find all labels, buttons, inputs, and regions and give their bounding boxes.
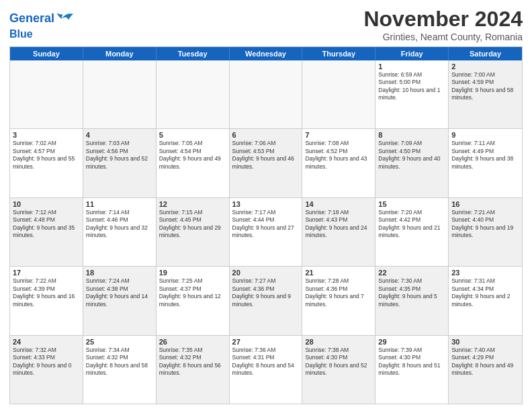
day-info: Sunrise: 7:05 AM Sunset: 4:54 PM Dayligh… [159,140,226,171]
day-number: 21 [305,269,372,277]
cal-cell-r1-c5: 8Sunrise: 7:09 AM Sunset: 4:50 PM Daylig… [375,129,449,197]
cal-cell-r3-c4: 21Sunrise: 7:28 AM Sunset: 4:36 PM Dayli… [302,267,375,334]
day-number: 8 [378,131,445,139]
day-info: Sunrise: 7:20 AM Sunset: 4:42 PM Dayligh… [378,209,445,240]
subtitle: Grinties, Neamt County, Romania [363,32,523,42]
day-info: Sunrise: 7:40 AM Sunset: 4:29 PM Dayligh… [451,347,519,377]
day-info: Sunrise: 7:17 AM Sunset: 4:44 PM Dayligh… [232,209,300,240]
calendar-header-row: SundayMondayTuesdayWednesdayThursdayFrid… [10,47,522,60]
day-number: 3 [13,131,80,139]
day-info: Sunrise: 6:59 AM Sunset: 5:00 PM Dayligh… [378,71,445,102]
day-info: Sunrise: 7:15 AM Sunset: 4:45 PM Dayligh… [159,209,226,240]
day-number: 5 [159,131,226,139]
day-number: 16 [451,200,519,208]
day-info: Sunrise: 7:09 AM Sunset: 4:50 PM Dayligh… [378,140,445,171]
day-info: Sunrise: 7:12 AM Sunset: 4:48 PM Dayligh… [13,209,80,240]
day-number: 20 [232,269,300,277]
day-info: Sunrise: 7:11 AM Sunset: 4:49 PM Dayligh… [451,140,519,171]
day-info: Sunrise: 7:02 AM Sunset: 4:57 PM Dayligh… [13,140,80,171]
day-number: 15 [378,200,445,208]
day-info: Sunrise: 7:00 AM Sunset: 4:59 PM Dayligh… [451,71,519,102]
cal-cell-r0-c4 [302,60,375,128]
cal-row-3: 17Sunrise: 7:22 AM Sunset: 4:39 PM Dayli… [10,266,522,334]
cal-cell-r1-c3: 6Sunrise: 7:06 AM Sunset: 4:53 PM Daylig… [230,129,303,197]
cal-cell-r3-c1: 18Sunrise: 7:24 AM Sunset: 4:38 PM Dayli… [83,267,157,334]
day-info: Sunrise: 7:28 AM Sunset: 4:36 PM Dayligh… [305,277,372,308]
day-number: 11 [86,200,153,208]
main-title: November 2024 [363,7,523,32]
cal-cell-r0-c1 [83,60,157,128]
cal-header-thursday: Thursday [302,47,375,60]
day-number: 10 [13,200,80,208]
day-info: Sunrise: 7:32 AM Sunset: 4:33 PM Dayligh… [13,347,80,377]
cal-cell-r1-c6: 9Sunrise: 7:11 AM Sunset: 4:49 PM Daylig… [449,129,522,197]
day-number: 23 [451,269,519,277]
cal-row-2: 10Sunrise: 7:12 AM Sunset: 4:48 PM Dayli… [10,197,522,266]
cal-cell-r2-c6: 16Sunrise: 7:21 AM Sunset: 4:40 PM Dayli… [449,198,522,266]
day-number: 29 [378,338,445,346]
cal-cell-r2-c1: 11Sunrise: 7:14 AM Sunset: 4:46 PM Dayli… [83,198,157,266]
cal-header-friday: Friday [375,47,449,60]
day-info: Sunrise: 7:18 AM Sunset: 4:43 PM Dayligh… [305,209,372,240]
day-info: Sunrise: 7:06 AM Sunset: 4:53 PM Dayligh… [232,140,300,171]
cal-cell-r0-c6: 2Sunrise: 7:00 AM Sunset: 4:59 PM Daylig… [449,60,522,128]
calendar: SundayMondayTuesdayWednesdayThursdayFrid… [9,46,523,404]
cal-cell-r4-c0: 24Sunrise: 7:32 AM Sunset: 4:33 PM Dayli… [10,336,83,404]
cal-header-saturday: Saturday [449,47,522,60]
day-number: 4 [86,131,153,139]
day-info: Sunrise: 7:38 AM Sunset: 4:30 PM Dayligh… [305,347,372,377]
cal-cell-r0-c0 [10,60,83,128]
cal-row-4: 24Sunrise: 7:32 AM Sunset: 4:33 PM Dayli… [10,335,522,404]
day-info: Sunrise: 7:22 AM Sunset: 4:39 PM Dayligh… [13,277,80,308]
day-info: Sunrise: 7:03 AM Sunset: 4:56 PM Dayligh… [86,140,153,171]
calendar-body: 1Sunrise: 6:59 AM Sunset: 5:00 PM Daylig… [10,60,522,404]
cal-cell-r3-c3: 20Sunrise: 7:27 AM Sunset: 4:36 PM Dayli… [230,267,303,334]
cal-cell-r3-c2: 19Sunrise: 7:25 AM Sunset: 4:37 PM Dayli… [157,267,230,334]
logo-bird-icon [56,9,75,28]
cal-cell-r2-c4: 14Sunrise: 7:18 AM Sunset: 4:43 PM Dayli… [302,198,375,266]
day-info: Sunrise: 7:30 AM Sunset: 4:35 PM Dayligh… [378,277,445,308]
cal-cell-r4-c1: 25Sunrise: 7:34 AM Sunset: 4:32 PM Dayli… [83,336,157,404]
day-number: 26 [159,338,226,346]
day-info: Sunrise: 7:14 AM Sunset: 4:46 PM Dayligh… [86,209,153,240]
cal-cell-r3-c6: 23Sunrise: 7:31 AM Sunset: 4:34 PM Dayli… [449,267,522,334]
day-info: Sunrise: 7:34 AM Sunset: 4:32 PM Dayligh… [86,347,153,377]
cal-cell-r4-c2: 26Sunrise: 7:35 AM Sunset: 4:32 PM Dayli… [157,336,230,404]
day-number: 12 [159,200,226,208]
cal-cell-r4-c6: 30Sunrise: 7:40 AM Sunset: 4:29 PM Dayli… [449,336,522,404]
cal-cell-r1-c4: 7Sunrise: 7:08 AM Sunset: 4:52 PM Daylig… [302,129,375,197]
cal-row-1: 3Sunrise: 7:02 AM Sunset: 4:57 PM Daylig… [10,128,522,197]
cal-cell-r1-c1: 4Sunrise: 7:03 AM Sunset: 4:56 PM Daylig… [83,129,157,197]
day-number: 1 [378,62,445,71]
cal-cell-r0-c5: 1Sunrise: 6:59 AM Sunset: 5:00 PM Daylig… [375,60,449,128]
logo-text: General [9,12,54,26]
day-number: 14 [305,200,372,208]
cal-cell-r1-c2: 5Sunrise: 7:05 AM Sunset: 4:54 PM Daylig… [157,129,230,197]
day-info: Sunrise: 7:36 AM Sunset: 4:31 PM Dayligh… [232,347,300,377]
cal-cell-r4-c4: 28Sunrise: 7:38 AM Sunset: 4:30 PM Dayli… [302,336,375,404]
cal-header-sunday: Sunday [10,47,83,60]
logo: General Blue [9,9,75,40]
day-info: Sunrise: 7:31 AM Sunset: 4:34 PM Dayligh… [451,277,519,308]
day-number: 17 [13,269,80,277]
header: General Blue November 2024 Grinties, Nea… [9,7,523,42]
cal-cell-r2-c5: 15Sunrise: 7:20 AM Sunset: 4:42 PM Dayli… [375,198,449,266]
day-info: Sunrise: 7:21 AM Sunset: 4:40 PM Dayligh… [451,209,519,240]
cal-cell-r0-c2 [157,60,230,128]
cal-cell-r4-c3: 27Sunrise: 7:36 AM Sunset: 4:31 PM Dayli… [230,336,303,404]
day-number: 25 [86,338,153,346]
cal-cell-r1-c0: 3Sunrise: 7:02 AM Sunset: 4:57 PM Daylig… [10,129,83,197]
cal-cell-r4-c5: 29Sunrise: 7:39 AM Sunset: 4:30 PM Dayli… [375,336,449,404]
day-info: Sunrise: 7:35 AM Sunset: 4:32 PM Dayligh… [159,347,226,377]
day-info: Sunrise: 7:24 AM Sunset: 4:38 PM Dayligh… [86,277,153,308]
day-number: 24 [13,338,80,346]
day-number: 13 [232,200,300,208]
page: General Blue November 2024 Grinties, Nea… [0,0,532,411]
cal-header-monday: Monday [83,47,157,60]
cal-row-0: 1Sunrise: 6:59 AM Sunset: 5:00 PM Daylig… [10,60,522,128]
cal-cell-r2-c3: 13Sunrise: 7:17 AM Sunset: 4:44 PM Dayli… [230,198,303,266]
cal-cell-r0-c3 [230,60,303,128]
cal-cell-r2-c2: 12Sunrise: 7:15 AM Sunset: 4:45 PM Dayli… [157,198,230,266]
cal-header-tuesday: Tuesday [157,47,230,60]
title-block: November 2024 Grinties, Neamt County, Ro… [363,7,523,42]
